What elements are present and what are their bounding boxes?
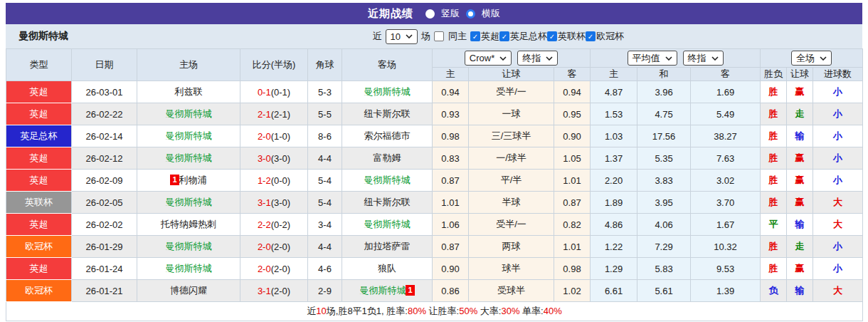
- result-handicap: 赢: [787, 147, 813, 170]
- col-header-odds-away: 客: [554, 68, 591, 81]
- handicap-cell: 三/三球半: [469, 125, 554, 147]
- average-index-select[interactable]: 终指: [683, 51, 724, 66]
- table-row: 英超26-02-12曼彻斯特城3-0(3-0)4-4富勒姆0.83一/球半1.0…: [6, 147, 863, 170]
- full-time-score: 2-1: [258, 109, 271, 120]
- league-checkbox-3[interactable]: ✓: [547, 31, 557, 41]
- away-team: 狼队: [342, 258, 433, 280]
- table-row: 欧冠杯26-01-29曼彻斯特城2-0(2-0)4-4加拉塔萨雷0.87两球1.…: [6, 236, 863, 258]
- away-team: 纽卡斯尔联: [342, 192, 433, 214]
- full-time-score: 2-0: [258, 242, 271, 252]
- result-outcome: 胜: [761, 258, 787, 280]
- league-checkbox-2[interactable]: ✓: [499, 31, 509, 41]
- league-checkbox-label[interactable]: 英联杯: [558, 30, 586, 43]
- score-cell: 2-0(2-0): [240, 258, 308, 280]
- result-goals: 小: [813, 170, 863, 192]
- home-team-name: 曼彻斯特城: [166, 241, 212, 251]
- same-home-label[interactable]: 同主: [448, 30, 467, 43]
- col-header-corner: 角球: [308, 49, 342, 81]
- league-checkbox-label[interactable]: 英足总杯: [510, 30, 547, 43]
- away-team-name: 曼彻斯特城: [364, 86, 411, 97]
- half-time-score: (2-1): [271, 109, 290, 120]
- avg-away-cell: 3.70: [691, 192, 761, 214]
- average-select[interactable]: 平均值: [628, 51, 677, 66]
- result-goals: 大: [813, 214, 863, 236]
- corner-cell: 2-9: [308, 280, 342, 302]
- home-team: 曼彻斯特城: [137, 125, 240, 147]
- league-badge: 英超: [6, 81, 72, 103]
- table-row: 英超26-01-24曼彻斯特城2-0(2-0)4-6狼队0.90球半0.981.…: [6, 258, 863, 280]
- col-header-avg-home: 主: [591, 68, 637, 81]
- result-handicap: 赢: [787, 170, 813, 192]
- avg-home-cell: 4.86: [591, 214, 637, 236]
- handicap-cell: 受半/一: [469, 81, 554, 103]
- summary-segment: 30%: [501, 306, 519, 316]
- odds-home-cell: 0.83: [433, 147, 469, 170]
- odds-home-cell: 0.87: [433, 236, 469, 258]
- chevron-down-icon: [820, 56, 827, 61]
- summary-segment: 场,胜8平1负1, 胜率:: [327, 306, 408, 316]
- result-goals: 小: [813, 258, 863, 280]
- home-team: 博德闪耀: [137, 280, 240, 302]
- same-home-checkbox[interactable]: [434, 31, 444, 41]
- average-group-header: 平均值 终指: [591, 49, 761, 68]
- league-checkbox-label[interactable]: 英超: [481, 30, 499, 43]
- odds-home-cell: 0.90: [433, 258, 469, 280]
- home-team-name: 曼彻斯特城: [166, 263, 212, 274]
- avg-home-cell: 1.53: [591, 103, 637, 125]
- result-handicap: 赢: [787, 192, 813, 214]
- red-card-badge: 1: [406, 285, 414, 296]
- score-cell: 2-0(2-0): [240, 236, 308, 258]
- score-cell: 2-0(1-0): [240, 125, 308, 147]
- away-team-name: 曼彻斯特城: [364, 175, 411, 185]
- full-time-score: 0-1: [258, 87, 271, 98]
- avg-away-cell: 1.67: [691, 214, 761, 236]
- corner-cell: 3-4: [308, 214, 342, 236]
- red-card-badge: 1: [170, 175, 179, 185]
- league-checkbox-1[interactable]: ✓: [470, 31, 480, 41]
- corner-cell: 4-4: [308, 147, 342, 170]
- avg-draw-cell: 17.56: [637, 125, 691, 147]
- vertical-layout-radio[interactable]: [425, 9, 435, 19]
- table-row: 英超26-02-091利物浦1-2(0-0)5-4曼彻斯特城0.87平/半1.0…: [6, 170, 863, 192]
- odds-home-cell: 0.87: [433, 170, 469, 192]
- date-cell: 26-02-22: [72, 103, 137, 125]
- home-team-name: 曼彻斯特城: [166, 197, 212, 207]
- away-team: 曼彻斯特城: [342, 214, 433, 236]
- full-time-score: 3-1: [258, 286, 271, 296]
- recent-results-table: 类型 日期 主场 比分(半场) 角球 客场 Crow* 终指: [6, 48, 863, 321]
- handicap-cell: 两球: [469, 236, 554, 258]
- corner-cell: 5-3: [308, 81, 342, 103]
- full-time-score: 3-1: [258, 197, 271, 208]
- odds-away-cell: 0.94: [554, 81, 591, 103]
- result-outcome: 负: [761, 280, 787, 302]
- league-checkbox-4[interactable]: ✓: [586, 31, 596, 41]
- away-team-name: 狼队: [378, 263, 396, 274]
- avg-draw-cell: 4.06: [637, 214, 691, 236]
- matches-label: 场: [421, 30, 430, 43]
- half-time-score: (0-0): [271, 175, 290, 186]
- league-badge: 英超: [6, 103, 72, 125]
- avg-home-cell: 2.20: [591, 170, 637, 192]
- match-count-select[interactable]: 10: [386, 29, 418, 44]
- period-select[interactable]: 全场: [791, 51, 832, 66]
- avg-draw-cell: 5.61: [637, 280, 691, 302]
- away-team-name: 纽卡斯尔联: [364, 108, 411, 119]
- league-badge: 英超: [6, 214, 72, 236]
- bookmaker-select[interactable]: Crow*: [465, 51, 512, 66]
- away-team: 加拉塔萨雷: [342, 236, 433, 258]
- summary-segment: 40%: [544, 306, 562, 316]
- avg-away-cell: 7.63: [691, 147, 761, 170]
- handicap-cell: 半球: [469, 192, 554, 214]
- home-team-name: 博德闪耀: [170, 285, 207, 296]
- result-outcome: 胜: [761, 81, 787, 103]
- league-checkbox-label[interactable]: 欧冠杯: [596, 30, 624, 43]
- league-badge: 英超: [6, 170, 72, 192]
- vertical-layout-label[interactable]: 竖版: [441, 7, 460, 20]
- result-outcome: 胜: [761, 236, 787, 258]
- handicap-cell: 一球: [469, 103, 554, 125]
- home-team: 曼彻斯特城: [137, 103, 240, 125]
- horizontal-layout-radio[interactable]: [466, 9, 475, 19]
- result-goals: 小: [813, 81, 863, 103]
- horizontal-layout-label[interactable]: 横版: [482, 7, 500, 20]
- bookmaker-index-select[interactable]: 终指: [517, 51, 558, 66]
